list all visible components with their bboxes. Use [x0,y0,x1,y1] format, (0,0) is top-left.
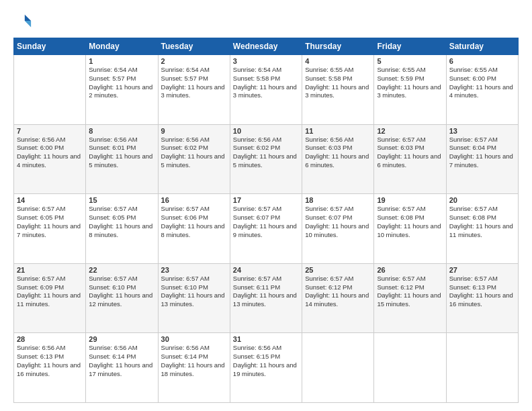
day-info: Sunrise: 6:56 AMSunset: 6:03 PMDaylight:… [305,136,371,170]
calendar-cell: 5Sunrise: 6:55 AMSunset: 5:59 PMDaylight… [374,55,446,125]
calendar-cell: 16Sunrise: 6:57 AMSunset: 6:06 PMDayligh… [158,194,230,264]
weekday-header-monday: Monday [86,38,158,55]
day-number: 18 [305,196,371,204]
weekday-header-thursday: Thursday [302,38,374,55]
day-number: 13 [449,127,515,135]
calendar-week-row: 14Sunrise: 6:57 AMSunset: 6:05 PMDayligh… [14,194,519,264]
calendar-cell: 24Sunrise: 6:57 AMSunset: 6:11 PMDayligh… [230,263,302,333]
day-number: 2 [161,57,227,65]
day-info: Sunrise: 6:57 AMSunset: 6:06 PMDaylight:… [161,205,227,239]
calendar-cell: 12Sunrise: 6:57 AMSunset: 6:03 PMDayligh… [374,124,446,194]
calendar-cell [302,333,374,403]
svg-marker-0 [25,15,31,21]
calendar-cell [374,333,446,403]
day-number: 1 [89,57,154,65]
calendar-cell: 7Sunrise: 6:56 AMSunset: 6:00 PMDaylight… [14,124,86,194]
calendar-cell: 21Sunrise: 6:57 AMSunset: 6:09 PMDayligh… [14,263,86,333]
logo-icon [13,12,32,31]
calendar-cell: 4Sunrise: 6:55 AMSunset: 5:58 PMDaylight… [302,55,374,125]
calendar-cell: 28Sunrise: 6:56 AMSunset: 6:13 PMDayligh… [14,333,86,403]
day-number: 7 [17,127,83,135]
day-info: Sunrise: 6:56 AMSunset: 6:15 PMDaylight:… [233,344,299,378]
day-info: Sunrise: 6:57 AMSunset: 6:10 PMDaylight:… [161,275,227,309]
day-info: Sunrise: 6:57 AMSunset: 6:10 PMDaylight:… [89,275,154,309]
day-number: 10 [233,127,299,135]
calendar-cell [446,333,518,403]
day-number: 17 [233,196,299,204]
day-info: Sunrise: 6:55 AMSunset: 5:59 PMDaylight:… [377,66,443,100]
calendar-cell: 29Sunrise: 6:56 AMSunset: 6:14 PMDayligh… [86,333,158,403]
day-number: 27 [449,266,515,274]
calendar-cell: 13Sunrise: 6:57 AMSunset: 6:04 PMDayligh… [446,124,518,194]
day-number: 15 [89,196,154,204]
day-info: Sunrise: 6:57 AMSunset: 6:08 PMDaylight:… [449,205,515,239]
day-number: 19 [377,196,443,204]
weekday-header-tuesday: Tuesday [158,38,230,55]
day-info: Sunrise: 6:55 AMSunset: 5:58 PMDaylight:… [305,66,371,100]
day-info: Sunrise: 6:56 AMSunset: 6:00 PMDaylight:… [17,136,83,170]
calendar-cell: 6Sunrise: 6:55 AMSunset: 6:00 PMDaylight… [446,55,518,125]
day-info: Sunrise: 6:57 AMSunset: 6:05 PMDaylight:… [89,205,154,239]
calendar-cell: 31Sunrise: 6:56 AMSunset: 6:15 PMDayligh… [230,333,302,403]
day-number: 23 [161,266,227,274]
calendar-cell [14,55,86,125]
calendar-cell: 3Sunrise: 6:54 AMSunset: 5:58 PMDaylight… [230,55,302,125]
day-number: 6 [449,57,515,65]
weekday-header-row: SundayMondayTuesdayWednesdayThursdayFrid… [14,38,519,55]
weekday-header-friday: Friday [374,38,446,55]
day-number: 26 [377,266,443,274]
day-number: 5 [377,57,443,65]
day-number: 20 [449,196,515,204]
calendar-cell: 22Sunrise: 6:57 AMSunset: 6:10 PMDayligh… [86,263,158,333]
weekday-header-wednesday: Wednesday [230,38,302,55]
day-number: 11 [305,127,371,135]
day-info: Sunrise: 6:56 AMSunset: 6:01 PMDaylight:… [89,136,154,170]
day-info: Sunrise: 6:57 AMSunset: 6:13 PMDaylight:… [449,275,515,309]
day-number: 3 [233,57,299,65]
day-info: Sunrise: 6:57 AMSunset: 6:04 PMDaylight:… [449,136,515,170]
day-info: Sunrise: 6:57 AMSunset: 6:09 PMDaylight:… [17,275,83,309]
calendar-cell: 1Sunrise: 6:54 AMSunset: 5:57 PMDaylight… [86,55,158,125]
calendar-cell: 8Sunrise: 6:56 AMSunset: 6:01 PMDaylight… [86,124,158,194]
logo [13,12,34,31]
day-number: 28 [17,335,83,343]
day-info: Sunrise: 6:57 AMSunset: 6:08 PMDaylight:… [377,205,443,239]
calendar-cell: 15Sunrise: 6:57 AMSunset: 6:05 PMDayligh… [86,194,158,264]
day-info: Sunrise: 6:57 AMSunset: 6:12 PMDaylight:… [377,275,443,309]
day-info: Sunrise: 6:55 AMSunset: 6:00 PMDaylight:… [449,66,515,100]
day-info: Sunrise: 6:56 AMSunset: 6:13 PMDaylight:… [17,344,83,378]
calendar-cell: 17Sunrise: 6:57 AMSunset: 6:07 PMDayligh… [230,194,302,264]
day-number: 4 [305,57,371,65]
calendar-cell: 14Sunrise: 6:57 AMSunset: 6:05 PMDayligh… [14,194,86,264]
day-info: Sunrise: 6:57 AMSunset: 6:07 PMDaylight:… [305,205,371,239]
day-number: 9 [161,127,227,135]
day-number: 30 [161,335,227,343]
day-info: Sunrise: 6:56 AMSunset: 6:02 PMDaylight:… [233,136,299,170]
day-info: Sunrise: 6:57 AMSunset: 6:07 PMDaylight:… [233,205,299,239]
day-info: Sunrise: 6:57 AMSunset: 6:05 PMDaylight:… [17,205,83,239]
calendar-week-row: 21Sunrise: 6:57 AMSunset: 6:09 PMDayligh… [14,263,519,333]
day-number: 29 [89,335,154,343]
weekday-header-sunday: Sunday [14,38,86,55]
day-info: Sunrise: 6:56 AMSunset: 6:14 PMDaylight:… [89,344,154,378]
calendar-week-row: 7Sunrise: 6:56 AMSunset: 6:00 PMDaylight… [14,124,519,194]
calendar-cell: 27Sunrise: 6:57 AMSunset: 6:13 PMDayligh… [446,263,518,333]
calendar-cell: 11Sunrise: 6:56 AMSunset: 6:03 PMDayligh… [302,124,374,194]
day-info: Sunrise: 6:56 AMSunset: 6:14 PMDaylight:… [161,344,227,378]
day-number: 14 [17,196,83,204]
day-info: Sunrise: 6:57 AMSunset: 6:03 PMDaylight:… [377,136,443,170]
calendar-table: SundayMondayTuesdayWednesdayThursdayFrid… [13,38,519,403]
calendar-cell: 25Sunrise: 6:57 AMSunset: 6:12 PMDayligh… [302,263,374,333]
calendar-cell: 26Sunrise: 6:57 AMSunset: 6:12 PMDayligh… [374,263,446,333]
day-number: 25 [305,266,371,274]
weekday-header-saturday: Saturday [446,38,518,55]
calendar-cell: 20Sunrise: 6:57 AMSunset: 6:08 PMDayligh… [446,194,518,264]
day-info: Sunrise: 6:57 AMSunset: 6:11 PMDaylight:… [233,275,299,309]
calendar-cell: 2Sunrise: 6:54 AMSunset: 5:57 PMDaylight… [158,55,230,125]
day-info: Sunrise: 6:54 AMSunset: 5:57 PMDaylight:… [161,66,227,100]
day-info: Sunrise: 6:54 AMSunset: 5:58 PMDaylight:… [233,66,299,100]
svg-marker-1 [25,21,31,27]
calendar-week-row: 28Sunrise: 6:56 AMSunset: 6:13 PMDayligh… [14,333,519,403]
day-number: 12 [377,127,443,135]
calendar-cell: 9Sunrise: 6:56 AMSunset: 6:02 PMDaylight… [158,124,230,194]
